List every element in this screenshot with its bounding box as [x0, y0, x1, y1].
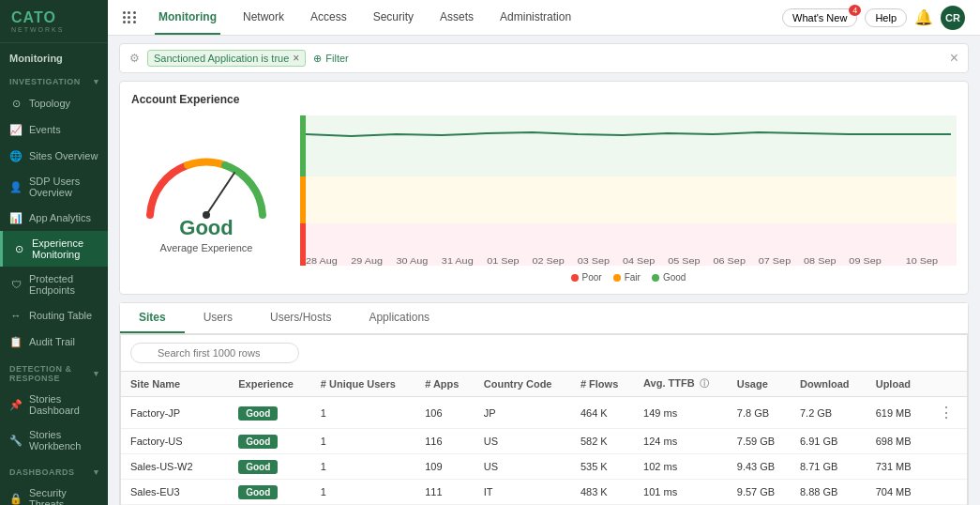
sidebar-item-events[interactable]: 📈 Events — [0, 116, 108, 143]
cell-site-name: Factory-JP — [121, 397, 229, 429]
chevron-down-icon-2[interactable]: ▾ — [94, 369, 99, 378]
help-button[interactable]: Help — [865, 8, 907, 27]
sidebar-item-routing-table[interactable]: ↔ Routing Table — [0, 302, 108, 329]
col-country-code: Country Code — [475, 372, 571, 397]
cell-flows: 582 K — [571, 429, 634, 454]
cell-upload: 698 MB — [867, 429, 929, 454]
nav-access[interactable]: Access — [307, 1, 351, 35]
cell-users: 1 — [311, 429, 415, 454]
tab-applications[interactable]: Applications — [350, 303, 448, 333]
chart-container: 28 Aug 29 Aug 30 Aug 31 Aug 01 Sep 02 Se… — [300, 115, 957, 283]
col-experience: Experience — [229, 372, 311, 397]
app-analytics-icon: 📊 — [9, 211, 23, 224]
detection-section: DETECTION & RESPONSE ▾ — [0, 355, 108, 387]
sidebar-item-audit-trail[interactable]: 📋 Audit Trail — [0, 329, 108, 355]
sidebar-item-sites-overview[interactable]: 🌐 Sites Overview — [0, 143, 108, 169]
tab-sites[interactable]: Sites — [120, 303, 185, 333]
table-row: Factory-US Good 1 116 US 582 K 124 ms 7.… — [121, 429, 967, 454]
cell-experience: Good — [229, 397, 311, 429]
filter-add-button[interactable]: ⊕ Filter — [313, 53, 348, 65]
gauge-subtitle: Average Experience — [160, 242, 253, 253]
sdp-icon: 👤 — [9, 180, 23, 193]
top-navigation: Monitoring Network Access Security Asset… — [108, 0, 980, 36]
filter-tag-close-button[interactable]: × — [293, 53, 299, 64]
legend-fair-dot — [613, 274, 621, 282]
table-row: Sales-US-W2 Good 1 109 US 535 K 102 ms 9… — [121, 454, 967, 480]
tabs-table-container: Sites Users Users/Hosts Applications 🔍 S… — [119, 302, 969, 505]
sidebar-item-stories-workbench[interactable]: 🔧 Stories Workbench — [0, 422, 108, 458]
svg-text:01 Sep: 01 Sep — [487, 256, 520, 266]
svg-text:31 Aug: 31 Aug — [442, 256, 474, 266]
cell-more[interactable]: ⋮ — [929, 397, 967, 429]
cell-users: 1 — [311, 480, 415, 505]
chevron-down-icon[interactable]: ▾ — [94, 77, 99, 86]
cell-ttfb: 101 ms — [634, 480, 728, 505]
sidebar-item-topology[interactable]: ⊙ Topology — [0, 90, 108, 116]
col-avg-ttfb: Avg. TTFB ⓘ — [634, 372, 728, 397]
nav-assets[interactable]: Assets — [436, 1, 477, 35]
cell-experience: Good — [229, 454, 311, 480]
grid-menu-icon[interactable] — [123, 11, 136, 23]
search-input[interactable] — [130, 343, 299, 363]
sites-table: Site Name Experience # Unique Users # Ap… — [121, 372, 967, 505]
cell-flows: 535 K — [571, 454, 634, 480]
legend-good: Good — [652, 272, 686, 283]
user-avatar[interactable]: CR — [941, 6, 965, 30]
tab-users-hosts[interactable]: Users/Hosts — [251, 303, 350, 333]
sidebar-item-sdp-users[interactable]: 👤 SDP Users Overview — [0, 169, 108, 205]
dashboards-section: DASHBOARDS ▾ — [0, 458, 108, 481]
legend-poor: Poor — [571, 272, 602, 283]
chart-legend: Poor Fair Good — [300, 272, 957, 283]
svg-rect-2 — [300, 115, 957, 176]
experience-layout: Good Average Experience — [131, 115, 957, 283]
investigation-section: INVESTIGATION ▾ — [0, 68, 108, 90]
nav-security[interactable]: Security — [369, 1, 417, 35]
svg-line-0 — [206, 173, 234, 215]
cell-apps: 106 — [415, 397, 475, 429]
cell-apps: 109 — [415, 454, 475, 480]
cell-apps: 111 — [415, 480, 475, 505]
cell-ttfb: 149 ms — [634, 397, 728, 429]
sidebar-item-protected-endpoints[interactable]: 🛡 Protected Endpoints — [0, 267, 108, 302]
cell-more — [929, 429, 967, 454]
logo-area: CATO NETWORKS — [0, 0, 108, 43]
nav-administration[interactable]: Administration — [496, 1, 575, 35]
account-experience-panel: Account Experience — [119, 81, 969, 295]
cell-ttfb: 124 ms — [634, 429, 728, 454]
gauge-label: Good Average Experience — [160, 216, 253, 253]
cell-flows: 464 K — [571, 397, 634, 429]
cell-download: 8.88 GB — [791, 480, 867, 505]
audit-icon: 📋 — [9, 335, 23, 348]
svg-rect-5 — [300, 115, 306, 176]
filter-bar-close-button[interactable]: × — [950, 50, 958, 67]
chevron-down-icon-3[interactable]: ▾ — [94, 467, 99, 477]
gauge-chart — [141, 145, 272, 220]
cell-more — [929, 480, 967, 505]
sidebar-item-security-threats[interactable]: 🔒 Security Threats — [0, 481, 108, 505]
cato-logo: CATO NETWORKS — [11, 9, 64, 33]
col-apps: # Apps — [415, 372, 475, 397]
cell-download: 6.91 GB — [791, 429, 867, 454]
svg-text:06 Sep: 06 Sep — [714, 256, 746, 266]
nav-monitoring[interactable]: Monitoring — [155, 1, 220, 35]
cell-usage: 9.57 GB — [728, 480, 791, 505]
col-flows: # Flows — [571, 372, 634, 397]
nav-network[interactable]: Network — [239, 1, 288, 35]
svg-text:02 Sep: 02 Sep — [532, 256, 565, 266]
legend-good-dot — [652, 274, 659, 282]
events-icon: 📈 — [9, 123, 23, 136]
cell-users: 1 — [311, 397, 415, 429]
col-usage: Usage — [728, 372, 791, 397]
tab-users[interactable]: Users — [185, 303, 251, 333]
sidebar-item-stories-dashboard[interactable]: 📌 Stories Dashboard — [0, 387, 108, 422]
col-actions — [929, 372, 967, 397]
svg-text:09 Sep: 09 Sep — [849, 256, 882, 266]
cell-users: 1 — [311, 454, 415, 480]
data-table-container: 🔍 Site Name Experience # Unique Users # … — [120, 334, 968, 505]
whats-new-button[interactable]: What's New 4 — [782, 8, 857, 27]
notifications-icon[interactable]: 🔔 — [914, 8, 933, 26]
ttfb-info-icon[interactable]: ⓘ — [700, 378, 709, 389]
sidebar-item-experience-monitoring[interactable]: ⊙ Experience Monitoring — [0, 231, 108, 267]
plus-icon: ⊕ — [313, 53, 322, 65]
sidebar-item-app-analytics[interactable]: 📊 App Analytics — [0, 205, 108, 231]
